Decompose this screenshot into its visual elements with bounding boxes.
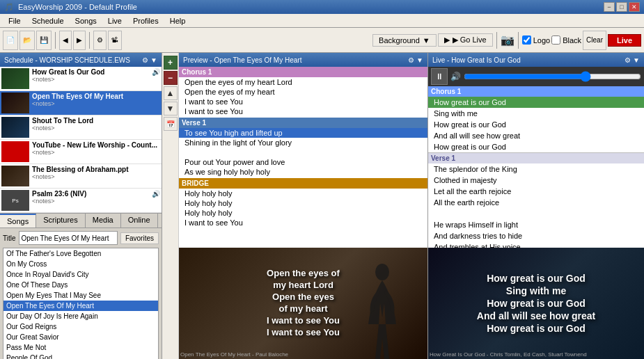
- verse-line[interactable]: [179, 147, 427, 157]
- songs-title-input[interactable]: [19, 231, 118, 245]
- songs-list-item[interactable]: One Of These Days: [3, 280, 158, 290]
- preview-gear-icon[interactable]: ⚙ ▼: [408, 56, 423, 64]
- songs-title-label: Title: [3, 234, 16, 242]
- minimize-button[interactable]: −: [604, 2, 615, 12]
- songs-list-item[interactable]: Of The Father's Love Begotten: [3, 248, 158, 259]
- tab-songs[interactable]: Songs: [0, 214, 36, 228]
- black-checkbox[interactable]: [551, 35, 560, 45]
- verse-line[interactable]: Holy holy holy: [179, 198, 427, 208]
- preview-text: Open the eyes ofmy heart LordOpen the ey…: [267, 268, 340, 338]
- logo-checkbox[interactable]: [522, 35, 531, 45]
- schedule-item[interactable]: How Great Is Our God <notes> 🔊: [0, 67, 162, 91]
- settings-button[interactable]: ⚙: [93, 31, 107, 50]
- live-gear-icon[interactable]: ⚙ ▼: [625, 56, 640, 64]
- favorites-button[interactable]: Favorites: [120, 232, 159, 244]
- window-controls: − □ ✕: [604, 2, 640, 12]
- down-button[interactable]: ▼: [164, 102, 178, 115]
- songs-list-item[interactable]: Once In Royal David's City: [3, 269, 158, 280]
- schedule-item-2[interactable]: Open The Eyes Of My Heart <notes>: [0, 91, 162, 115]
- songs-list-item[interactable]: People Of God: [3, 353, 158, 359]
- live-verse-header[interactable]: Verse 1: [428, 152, 644, 163]
- schedule-item-info-4: YouTube - New Life Worship - Count... <n…: [32, 141, 160, 156]
- live-line[interactable]: And trembles at His voice: [428, 241, 644, 248]
- schedule-item-info-1: How Great Is Our God <notes>: [32, 68, 152, 83]
- verse-line[interactable]: Holy holy holy: [179, 208, 427, 218]
- clear-button[interactable]: Clear: [583, 31, 606, 50]
- live-line[interactable]: How great is our God: [428, 119, 644, 130]
- forward-button[interactable]: ▶: [73, 31, 86, 50]
- background-button[interactable]: Background ▼: [372, 34, 437, 47]
- volume-icon-6: 🔊: [152, 190, 160, 198]
- tab-online[interactable]: Online: [121, 214, 158, 228]
- menu-profiles[interactable]: Profiles: [127, 15, 164, 26]
- schedule-item-3[interactable]: Shout To The Lord <notes>: [0, 115, 162, 140]
- new-button[interactable]: 📄: [3, 31, 18, 50]
- verse-line[interactable]: Shining in the light of Your glory: [179, 138, 427, 147]
- live-line[interactable]: Clothed in majesty: [428, 175, 644, 186]
- calendar-button[interactable]: 📅: [164, 117, 178, 131]
- songs-list-item[interactable]: On My Cross: [3, 259, 158, 269]
- songs-list-item[interactable]: Open My Eyes That I May See: [3, 290, 158, 301]
- verse-line[interactable]: Pour out Your power and love: [179, 157, 427, 167]
- back-button[interactable]: ◀: [59, 31, 72, 50]
- live-button[interactable]: Live: [608, 34, 641, 47]
- verse-line[interactable]: As we sing holy holy holy: [179, 167, 427, 177]
- schedule-item-title-5: The Blessing of Abraham.ppt: [32, 166, 160, 173]
- schedule-item-title-3: Shout To The Lord: [32, 117, 160, 125]
- live-line[interactable]: The splendor of the King: [428, 163, 644, 175]
- songs-list-item[interactable]: Our Day Of Joy Is Here Again: [3, 311, 158, 321]
- remove-button[interactable]: −: [164, 71, 178, 85]
- go-live-button[interactable]: ▶ ▶ Go Live: [438, 33, 493, 47]
- live-line[interactable]: [428, 208, 644, 219]
- volume-slider[interactable]: [464, 72, 641, 81]
- schedule-item-title-1: How Great Is Our God: [32, 68, 152, 76]
- live-line[interactable]: And darkness tries to hide: [428, 230, 644, 241]
- bridge-header[interactable]: BRIDGE: [179, 178, 427, 189]
- verse-line[interactable]: I want to see You: [179, 97, 427, 106]
- chorus1-header[interactable]: Chorus 1: [179, 67, 427, 77]
- live-line[interactable]: Sing with me: [428, 108, 644, 119]
- live-line[interactable]: Let all the earth rejoice: [428, 186, 644, 197]
- menu-songs[interactable]: Songs: [70, 15, 102, 26]
- projector-button[interactable]: 📽: [108, 31, 122, 50]
- live-line[interactable]: How great is our God: [428, 141, 644, 152]
- logo-checkbox-label[interactable]: Logo: [522, 35, 550, 45]
- verse-line[interactable]: Holy holy holy: [179, 189, 427, 198]
- add-button[interactable]: +: [164, 56, 178, 70]
- live-play-button[interactable]: ⏸: [431, 68, 448, 85]
- menu-live[interactable]: Live: [102, 15, 127, 26]
- songs-list-item[interactable]: Pass Me Not: [3, 342, 158, 353]
- schedule-item-4[interactable]: YouTube - New Life Worship - Count... <n…: [0, 140, 162, 164]
- verse1-header[interactable]: Verse 1: [179, 118, 427, 128]
- live-chorus-header[interactable]: Chorus 1: [428, 86, 644, 97]
- tab-media[interactable]: Media: [86, 214, 121, 228]
- up-button[interactable]: ▲: [164, 86, 178, 100]
- live-line[interactable]: And all will see how great: [428, 130, 644, 141]
- maximize-button[interactable]: □: [616, 2, 627, 12]
- menu-help[interactable]: Help: [164, 15, 191, 26]
- close-button[interactable]: ✕: [629, 2, 640, 12]
- volume-icon: 🔊: [450, 72, 461, 81]
- verse-line[interactable]: I want to see You: [179, 218, 427, 228]
- schedule-thumb-2: [1, 93, 29, 113]
- tab-scriptures[interactable]: Scriptures: [36, 214, 86, 228]
- live-line-active[interactable]: How great is our God: [428, 97, 644, 108]
- verse-line[interactable]: I want to see You: [179, 106, 427, 116]
- verse-line[interactable]: Open the eyes of my heart: [179, 87, 427, 97]
- menu-file[interactable]: File: [3, 15, 26, 26]
- songs-list-item[interactable]: Our God Reigns: [3, 321, 158, 332]
- save-button[interactable]: 💾: [36, 31, 52, 50]
- songs-list-item-selected[interactable]: Open The Eyes Of My Heart: [3, 301, 158, 311]
- black-checkbox-label[interactable]: Black: [551, 35, 581, 45]
- schedule-gear-icon[interactable]: ⚙ ▼: [142, 56, 157, 64]
- live-line[interactable]: He wraps Himself in light: [428, 219, 644, 230]
- verse-line[interactable]: Open the eyes of my heart Lord: [179, 77, 427, 87]
- schedule-item-5[interactable]: The Blessing of Abraham.ppt <notes>: [0, 164, 162, 189]
- toolbar: 📄 📂 💾 ◀ ▶ ⚙ 📽 Background ▼ ▶ ▶ Go Live 📷…: [0, 28, 644, 53]
- open-button[interactable]: 📂: [19, 31, 35, 50]
- schedule-item-6[interactable]: Ps Psalm 23:6 (NIV) <notes> 🔊: [0, 189, 162, 213]
- songs-list-item[interactable]: Our Great Savior: [3, 332, 158, 342]
- live-line[interactable]: All the earth rejoice: [428, 197, 644, 208]
- menu-schedule[interactable]: Schedule: [26, 15, 70, 26]
- verse-line-active[interactable]: To see You high and lifted up: [179, 128, 427, 138]
